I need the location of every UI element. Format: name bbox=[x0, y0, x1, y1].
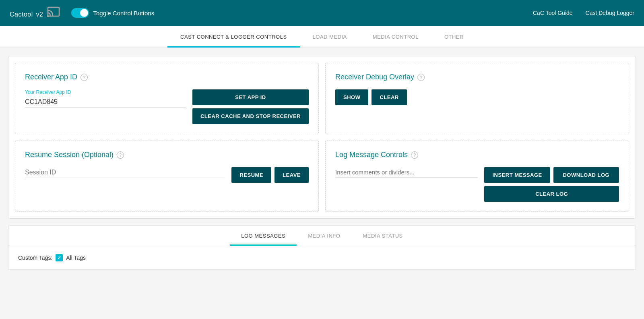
cac-tool-guide-link[interactable]: CaC Tool Guide bbox=[533, 10, 573, 16]
logo-section: Cactool v2 bbox=[10, 5, 62, 21]
cast-icon bbox=[47, 5, 62, 21]
tab-load-media[interactable]: LOAD MEDIA bbox=[300, 26, 360, 48]
show-button[interactable]: SHOW bbox=[335, 89, 368, 105]
receiver-app-id-title: Receiver App ID ? bbox=[25, 73, 309, 81]
receiver-debug-overlay-help-icon[interactable]: ? bbox=[417, 74, 425, 81]
resume-session-title: Resume Session (Optional) ? bbox=[25, 151, 309, 159]
bottom-section: LOG MESSAGES MEDIA INFO MEDIA STATUS Cus… bbox=[8, 225, 636, 270]
custom-tags-label: Custom Tags: bbox=[18, 255, 52, 261]
receiver-app-id-help-icon[interactable]: ? bbox=[80, 74, 88, 81]
tab-other[interactable]: OTHER bbox=[431, 26, 477, 48]
bottom-content: Custom Tags: All Tags bbox=[8, 246, 636, 269]
receiver-app-id-field: Your Receiver App ID bbox=[25, 89, 186, 108]
main-content: Receiver App ID ? Your Receiver App ID S… bbox=[0, 48, 644, 278]
svg-point-1 bbox=[47, 15, 49, 17]
cards-grid: Receiver App ID ? Your Receiver App ID S… bbox=[8, 56, 636, 219]
clear-overlay-button[interactable]: CLEAR bbox=[372, 89, 407, 105]
log-buttons: INSERT MESSAGE DOWNLOAD LOG CLEAR LOG bbox=[484, 167, 619, 202]
tab-media-control[interactable]: MEDIA CONTROL bbox=[360, 26, 431, 48]
log-controls-body: INSERT MESSAGE DOWNLOAD LOG CLEAR LOG bbox=[335, 167, 619, 202]
log-comment-input[interactable] bbox=[335, 167, 478, 178]
all-tags-label: All Tags bbox=[66, 255, 86, 261]
resume-session-actions: RESUME LEAVE bbox=[231, 167, 309, 183]
leave-button[interactable]: LEAVE bbox=[275, 167, 309, 183]
session-id-field bbox=[25, 167, 225, 178]
app-title: Cactool v2 bbox=[10, 7, 43, 19]
bottom-tab-log-messages[interactable]: LOG MESSAGES bbox=[230, 226, 297, 246]
resume-button[interactable]: RESUME bbox=[231, 167, 271, 183]
resume-session-body: RESUME LEAVE bbox=[25, 167, 309, 183]
log-message-controls-help-icon[interactable]: ? bbox=[411, 151, 418, 159]
toggle-section: Toggle Control Buttons bbox=[71, 8, 154, 18]
receiver-app-id-input[interactable] bbox=[25, 97, 186, 108]
set-app-id-button[interactable]: SET APP ID bbox=[192, 89, 309, 105]
receiver-app-id-actions: SET APP ID CLEAR CACHE AND STOP RECEIVER bbox=[192, 89, 309, 124]
cast-debug-logger-link[interactable]: Cast Debug Logger bbox=[586, 10, 634, 16]
bottom-tab-bar: LOG MESSAGES MEDIA INFO MEDIA STATUS bbox=[8, 226, 636, 246]
all-tags-checkbox[interactable] bbox=[56, 254, 63, 261]
bottom-tab-media-info[interactable]: MEDIA INFO bbox=[297, 226, 351, 246]
receiver-app-id-card: Receiver App ID ? Your Receiver App ID S… bbox=[15, 63, 319, 134]
header-links: CaC Tool Guide Cast Debug Logger bbox=[533, 10, 634, 16]
session-id-input[interactable] bbox=[25, 167, 225, 178]
toggle-label: Toggle Control Buttons bbox=[93, 10, 154, 17]
custom-tags-section: Custom Tags: All Tags bbox=[18, 254, 626, 261]
toggle-control-buttons-switch[interactable] bbox=[71, 8, 89, 18]
svg-rect-0 bbox=[48, 7, 59, 16]
download-log-button[interactable]: DOWNLOAD LOG bbox=[553, 167, 619, 183]
resume-session-help-icon[interactable]: ? bbox=[117, 151, 124, 159]
receiver-debug-overlay-actions: SHOW CLEAR bbox=[335, 89, 619, 105]
log-message-controls-title: Log Message Controls ? bbox=[335, 151, 619, 159]
clear-cache-stop-receiver-button[interactable]: CLEAR CACHE AND STOP RECEIVER bbox=[192, 108, 309, 124]
tab-cast-connect[interactable]: CAST CONNECT & LOGGER CONTROLS bbox=[167, 26, 299, 48]
clear-log-button[interactable]: CLEAR LOG bbox=[484, 186, 619, 202]
top-tab-bar: CAST CONNECT & LOGGER CONTROLS LOAD MEDI… bbox=[0, 26, 644, 48]
receiver-debug-overlay-card: Receiver Debug Overlay ? SHOW CLEAR bbox=[325, 63, 629, 134]
bottom-tab-media-status[interactable]: MEDIA STATUS bbox=[351, 226, 414, 246]
insert-message-button[interactable]: INSERT MESSAGE bbox=[484, 167, 550, 183]
log-message-controls-card: Log Message Controls ? INSERT MESSAGE DO… bbox=[325, 141, 629, 212]
app-header: Cactool v2 Toggle Control Buttons CaC To… bbox=[0, 0, 644, 26]
resume-session-card: Resume Session (Optional) ? RESUME LEAVE bbox=[15, 141, 319, 212]
receiver-app-id-body: Your Receiver App ID SET APP ID CLEAR CA… bbox=[25, 89, 309, 124]
receiver-debug-overlay-title: Receiver Debug Overlay ? bbox=[335, 73, 619, 81]
receiver-app-id-label: Your Receiver App ID bbox=[25, 89, 186, 95]
